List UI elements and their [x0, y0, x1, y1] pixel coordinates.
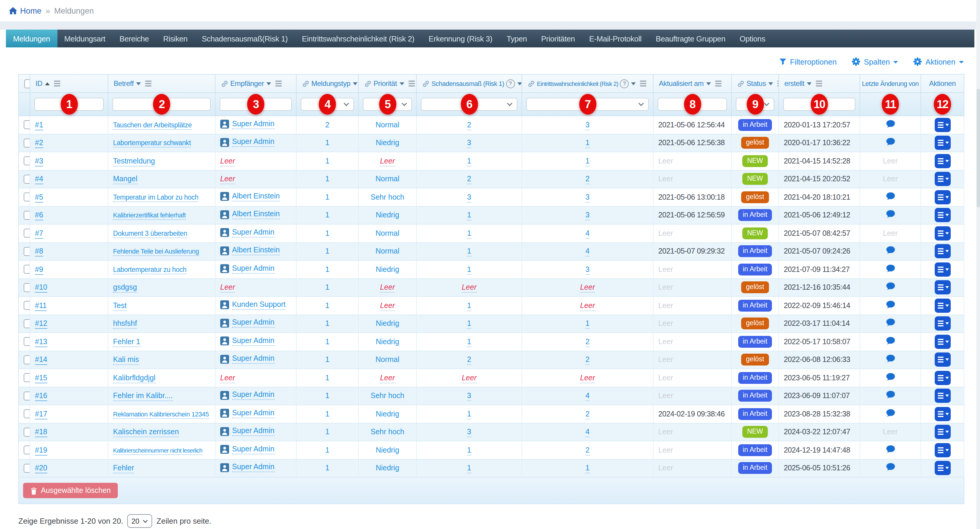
meldungstyp-value[interactable]: 1	[325, 392, 329, 400]
row-actions-button[interactable]	[934, 280, 950, 295]
tab-beauftragte-gruppen[interactable]: Beauftragte Gruppen	[649, 30, 732, 48]
schadensausmass-link[interactable]: 3	[467, 392, 471, 402]
empfaenger-leer-editable[interactable]: Leer	[220, 284, 235, 293]
betreff-link[interactable]: Kalibrierzertifikat fehlerhaft	[113, 212, 186, 220]
row-checkbox[interactable]	[24, 409, 30, 419]
id-link[interactable]: #4	[35, 175, 43, 185]
status-badge[interactable]: in Arbeit	[738, 119, 772, 131]
schadensausmass-link[interactable]: 1	[467, 338, 471, 347]
schadensausmass-link[interactable]: 1	[467, 265, 471, 275]
meldungstyp-value[interactable]: 1	[325, 428, 329, 436]
id-link[interactable]: #10	[35, 284, 47, 293]
prioritaet-leer-editable[interactable]: Leer	[380, 284, 395, 293]
empfaenger-leer-editable[interactable]: Leer	[220, 374, 235, 383]
eintrittswahrscheinlichkeit-link[interactable]: 4	[585, 229, 590, 239]
empfaenger-leer-editable[interactable]: Leer	[220, 157, 235, 166]
schadensausmass-link[interactable]: 3	[467, 139, 471, 148]
meldungstyp-value[interactable]: 1	[325, 410, 329, 418]
row-checkbox[interactable]	[24, 301, 30, 310]
comment-icon[interactable]	[885, 372, 895, 382]
prioritaet-value[interactable]: Niedrig	[375, 139, 399, 147]
empfaenger-link[interactable]: Super Admin	[232, 228, 274, 237]
eintrittswahrscheinlichkeit-link[interactable]: 1	[585, 139, 590, 148]
meldungstyp-value[interactable]: 1	[325, 284, 329, 292]
row-actions-button[interactable]	[934, 244, 950, 258]
tab-meldungsart[interactable]: Meldungsart	[57, 30, 113, 48]
status-badge[interactable]: gelöst	[741, 354, 768, 366]
schadensausmass-link[interactable]: 1	[467, 211, 471, 221]
col-header-empfaenger[interactable]: Empfänger	[215, 74, 296, 93]
meldungstyp-value[interactable]: 1	[325, 247, 329, 256]
empfaenger-link[interactable]: Super Admin	[232, 427, 274, 436]
eintrittswahrscheinlichkeit-leer-editable[interactable]: Leer	[580, 374, 595, 383]
id-link[interactable]: #2	[35, 139, 43, 148]
schadensausmass-link[interactable]: 2	[467, 356, 471, 365]
eintrittswahrscheinlichkeit-leer-editable[interactable]: Leer	[580, 284, 595, 293]
prioritaet-value[interactable]: Normal	[375, 247, 399, 256]
status-badge[interactable]: gelöst	[741, 318, 768, 330]
prioritaet-value[interactable]: Niedrig	[375, 464, 399, 472]
prioritaet-value[interactable]: Sehr hoch	[371, 392, 404, 400]
prioritaet-value[interactable]: Niedrig	[375, 265, 399, 274]
col-header-prioritaet[interactable]: Priorität	[358, 74, 417, 93]
status-badge[interactable]: in Arbeit	[738, 462, 772, 474]
column-menu-icon[interactable]	[640, 81, 647, 86]
col-header-schadensausmass[interactable]: Schadensausmaß (Risk 1)?	[417, 74, 522, 93]
betreff-link[interactable]: Testmeldung	[113, 157, 155, 166]
status-badge[interactable]: in Arbeit	[738, 444, 772, 456]
meldungstyp-value[interactable]: 1	[325, 175, 329, 183]
prioritaet-leer-editable[interactable]: Leer	[380, 301, 395, 311]
row-actions-button[interactable]	[934, 172, 950, 186]
row-actions-button[interactable]	[934, 389, 950, 403]
schadensausmass-link[interactable]: 2	[467, 121, 471, 130]
schadensausmass-link[interactable]: 1	[467, 301, 471, 311]
meldungstyp-value[interactable]: 1	[325, 211, 329, 220]
betreff-link[interactable]: Kalibrfldgdjgl	[113, 374, 155, 383]
id-link[interactable]: #20	[35, 464, 47, 473]
actions-menu-button[interactable]: Aktionen	[914, 57, 964, 66]
row-actions-button[interactable]	[934, 443, 950, 457]
columns-button[interactable]: Spalten	[852, 57, 898, 66]
meldungstyp-value[interactable]: 1	[325, 320, 329, 328]
id-link[interactable]: #12	[35, 320, 47, 329]
status-badge[interactable]: NEW	[742, 173, 768, 185]
betreff-link[interactable]: Fehler	[113, 464, 134, 473]
prioritaet-leer-editable[interactable]: Leer	[380, 157, 395, 166]
comment-icon[interactable]	[885, 264, 895, 274]
row-checkbox[interactable]	[24, 157, 30, 166]
status-badge[interactable]: gelöst	[741, 282, 768, 293]
eintrittswahrscheinlichkeit-link[interactable]: 2	[585, 410, 590, 419]
id-link[interactable]: #13	[35, 338, 47, 347]
eintrittswahrscheinlichkeit-link[interactable]: 1	[585, 464, 590, 473]
comment-icon[interactable]	[885, 318, 895, 328]
prioritaet-value[interactable]: Normal	[375, 121, 399, 129]
column-menu-icon[interactable]	[54, 81, 60, 86]
select-all-checkbox[interactable]	[24, 79, 30, 88]
row-checkbox[interactable]	[24, 337, 30, 346]
status-badge[interactable]: NEW	[742, 426, 768, 438]
comment-icon[interactable]	[885, 462, 895, 472]
betreff-link[interactable]: Test	[113, 301, 127, 311]
prioritaet-value[interactable]: Niedrig	[375, 320, 399, 328]
prioritaet-value[interactable]: Normal	[375, 356, 399, 364]
row-checkbox[interactable]	[24, 265, 30, 274]
empfaenger-link[interactable]: Super Admin	[232, 336, 274, 346]
betreff-link[interactable]: Labortemperatur schwankt	[113, 140, 191, 148]
betreff-link[interactable]: Fehlende Teile bei Auslieferung	[113, 248, 199, 256]
status-badge[interactable]: NEW	[742, 228, 768, 239]
prioritaet-value[interactable]: Niedrig	[375, 410, 399, 418]
status-badge[interactable]: in Arbeit	[738, 390, 772, 402]
tab-erkennung-risk-3[interactable]: Erkennung (Risk 3)	[422, 30, 500, 48]
tab-typen[interactable]: Typen	[500, 30, 534, 48]
meldungstyp-value[interactable]: 2	[325, 121, 329, 129]
empfaenger-link[interactable]: Super Admin	[232, 445, 274, 454]
row-actions-button[interactable]	[934, 226, 950, 241]
schadensausmass-link[interactable]: 2	[467, 175, 471, 185]
row-checkbox[interactable]	[24, 446, 30, 455]
id-link[interactable]: #9	[35, 265, 43, 275]
prioritaet-value[interactable]: Normal	[375, 175, 399, 183]
eintrittswahrscheinlichkeit-link[interactable]: 3	[585, 211, 590, 221]
prioritaet-value[interactable]: Normal	[375, 229, 399, 237]
row-checkbox[interactable]	[24, 193, 30, 202]
comment-icon[interactable]	[885, 119, 895, 129]
